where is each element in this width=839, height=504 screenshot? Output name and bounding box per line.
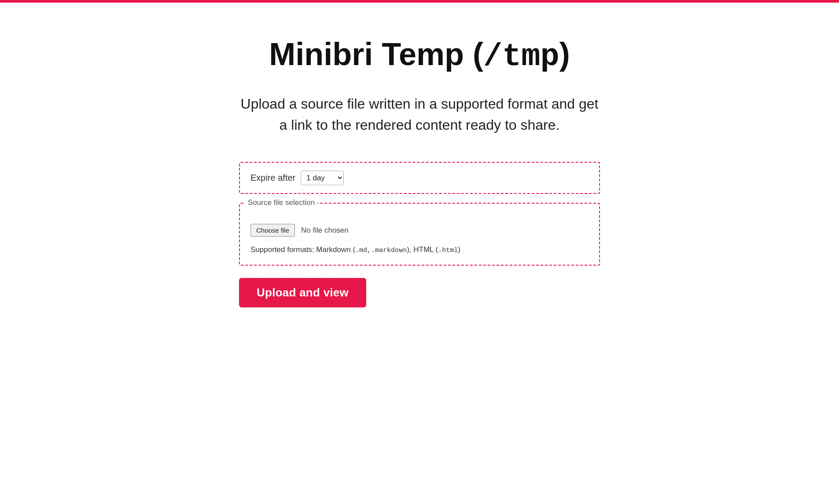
page-container: Minibri Temp (/tmp) Upload a source file… <box>221 0 618 343</box>
expire-label: Expire after <box>250 173 295 183</box>
page-title: Minibri Temp (/tmp) <box>239 35 600 76</box>
no-file-text: No file chosen <box>301 226 349 235</box>
source-file-fieldset: Source file selection Choose file No fil… <box>239 203 600 266</box>
upload-and-view-button[interactable]: Upload and view <box>239 278 366 307</box>
choose-file-button[interactable]: Choose file <box>250 224 295 237</box>
form-section: Expire after 1 day 7 days 30 days Never … <box>239 162 600 307</box>
top-bar <box>0 0 839 3</box>
page-description: Upload a source file written in a suppor… <box>239 93 600 135</box>
expire-fieldset: Expire after 1 day 7 days 30 days Never <box>239 162 600 194</box>
supported-formats-text: Supported formats: Markdown (.md,.markdo… <box>250 245 589 254</box>
expire-select[interactable]: 1 day 7 days 30 days Never <box>301 171 344 185</box>
source-file-legend: Source file selection <box>245 198 317 207</box>
file-input-row: Choose file No file chosen <box>250 224 589 237</box>
